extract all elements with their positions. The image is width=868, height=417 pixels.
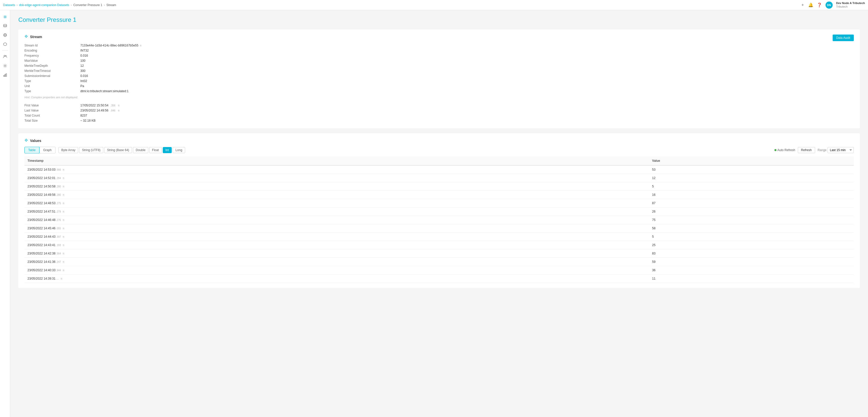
value-stats: First Value 17/05/2022 15:50:54 .356 ⎘ L… bbox=[24, 103, 854, 123]
copy-stream-id-icon[interactable]: ⎘ bbox=[140, 44, 142, 47]
copy-timestamp-icon[interactable]: ⎘ bbox=[63, 269, 64, 272]
stream-section-header: Stream bbox=[24, 35, 42, 39]
timestamp-ms: .193 bbox=[56, 244, 61, 247]
merkletimeout-value: 300 bbox=[81, 69, 86, 73]
sidebar-icon-layout[interactable]: ⊞ bbox=[1, 13, 9, 21]
table-row: 23/05/2022 14:49:56.280 ⎘ 16 bbox=[24, 191, 854, 199]
breadcrumb-stream: Stream bbox=[106, 3, 116, 7]
sidebar-icon-chart[interactable] bbox=[1, 71, 9, 79]
table-row: 23/05/2022 14:53:03.566 ⎘ 53 bbox=[24, 165, 854, 174]
cell-value: 12 bbox=[649, 174, 854, 182]
svg-point-0 bbox=[4, 24, 7, 26]
copy-timestamp-icon[interactable]: ⎘ bbox=[63, 260, 64, 263]
prop-encoding: Encoding INT32 bbox=[24, 48, 854, 53]
timestamp-ms: .247 bbox=[56, 260, 61, 263]
timestamp-ms: .397 bbox=[56, 235, 61, 238]
prop-stream-id: Stream Id 7133e44e-1d3d-414c-88ec-b89616… bbox=[24, 43, 854, 48]
cell-timestamp: 23/05/2022 14:52:01.284 ⎘ bbox=[24, 174, 649, 182]
copy-timestamp-icon[interactable]: ⎘ bbox=[63, 185, 64, 188]
type-tab-double[interactable]: Double bbox=[133, 147, 148, 153]
help-icon[interactable]: ❓ bbox=[817, 3, 822, 7]
view-tabs: Table Graph bbox=[24, 147, 56, 153]
table-row: 23/05/2022 14:46:48.276 ⎘ 75 bbox=[24, 216, 854, 224]
copy-timestamp-icon[interactable]: ⎘ bbox=[63, 244, 64, 247]
copy-timestamp-icon[interactable]: ⎘ bbox=[63, 168, 64, 171]
stream-section-title: Stream bbox=[30, 35, 42, 39]
copy-timestamp-icon[interactable]: ⎘ bbox=[63, 252, 64, 255]
copy-timestamp-icon[interactable]: ⎘ bbox=[63, 227, 64, 230]
type-tab-long[interactable]: Long bbox=[173, 147, 185, 153]
sidebar-icon-settings[interactable] bbox=[1, 62, 9, 70]
cell-timestamp: 23/05/2022 14:48:53.275 ⎘ bbox=[24, 199, 649, 207]
prop-first-value: First Value 17/05/2022 15:50:54 .356 ⎘ bbox=[24, 103, 854, 108]
svg-point-6 bbox=[5, 55, 6, 57]
table-header-row: Timestamp Value bbox=[24, 157, 854, 165]
type-tab-float[interactable]: Float bbox=[149, 147, 162, 153]
left-toolbar: Table Graph Byte Array String (UTF8) Str… bbox=[24, 147, 185, 153]
cell-timestamp: 23/05/2022 14:42:38.564 ⎘ bbox=[24, 249, 649, 258]
last-value-ms: .846 bbox=[111, 109, 115, 112]
tab-graph[interactable]: Graph bbox=[39, 147, 56, 153]
cell-value: 5 bbox=[649, 233, 854, 241]
type-tab-bytearray[interactable]: Byte Array bbox=[59, 147, 78, 153]
copy-timestamp-icon[interactable]: ⎘ bbox=[63, 194, 64, 196]
timestamp-ms: .... bbox=[56, 277, 59, 280]
timestamp-ms: .275 bbox=[56, 202, 61, 205]
type-tab-int[interactable]: Int bbox=[163, 147, 172, 153]
sidebar-icon-globe[interactable] bbox=[1, 31, 9, 39]
merkledepth-value: 12 bbox=[81, 64, 84, 68]
cell-value: 25 bbox=[649, 241, 854, 249]
sidebar-icon-tag[interactable] bbox=[1, 40, 9, 48]
breadcrumb-stream-name: Converter Pressure 1 bbox=[73, 3, 102, 7]
stream-id-value: 7133e44e-1d3d-414c-88ec-b896167b5e55 bbox=[81, 44, 138, 47]
svg-rect-10 bbox=[6, 74, 7, 76]
svg-point-7 bbox=[4, 65, 6, 67]
frequency-value: 0.016 bbox=[81, 54, 88, 58]
prop-frequency: Frequency 0.016 bbox=[24, 53, 854, 58]
copy-timestamp-icon[interactable]: ⎘ bbox=[63, 177, 64, 179]
copy-timestamp-icon[interactable]: ⎘ bbox=[61, 277, 62, 280]
cell-timestamp: 23/05/2022 14:41:36.247 ⎘ bbox=[24, 258, 649, 266]
refresh-button[interactable]: Refresh bbox=[798, 147, 815, 153]
tab-table[interactable]: Table bbox=[24, 147, 39, 153]
timestamp-ms: .276 bbox=[56, 219, 61, 221]
type-tabs: Byte Array String (UTF8) String (Base 64… bbox=[59, 147, 185, 153]
data-audit-button[interactable]: Data Audit bbox=[833, 35, 854, 41]
auto-refresh-dot bbox=[774, 149, 776, 151]
type-tab-base64[interactable]: String (Base 64) bbox=[104, 147, 132, 153]
copy-timestamp-icon[interactable]: ⎘ bbox=[63, 202, 64, 205]
table-row: 23/05/2022 14:41:36.247 ⎘ 59 bbox=[24, 258, 854, 266]
encoding-value: INT32 bbox=[81, 49, 89, 52]
copy-timestamp-icon[interactable]: ⎘ bbox=[63, 219, 64, 221]
timestamp-ms: .564 bbox=[56, 252, 61, 255]
page-title: Converter Pressure 1 bbox=[18, 16, 860, 23]
type-tab-utf8[interactable]: String (UTF8) bbox=[79, 147, 103, 153]
add-button[interactable]: ＋ bbox=[801, 2, 805, 8]
avatar[interactable]: DN bbox=[826, 2, 833, 9]
stream-card: Stream Data Audit Stream Id 7133e44e-1d3… bbox=[18, 30, 860, 128]
cell-value: 75 bbox=[649, 216, 854, 224]
table-row: 23/05/2022 14:44:43.397 ⎘ 5 bbox=[24, 233, 854, 241]
copy-last-value-icon[interactable]: ⎘ bbox=[118, 109, 120, 112]
cell-timestamp: 23/05/2022 14:53:03.566 ⎘ bbox=[24, 165, 649, 174]
cell-timestamp: 23/05/2022 14:39:31.... ⎘ bbox=[24, 275, 649, 283]
breadcrumb-datasets[interactable]: Datasets bbox=[3, 3, 15, 7]
auto-refresh-label: Auto Refresh bbox=[774, 148, 795, 152]
cell-value: 83 bbox=[649, 249, 854, 258]
cell-timestamp: 23/05/2022 14:40:33.944 ⎘ bbox=[24, 266, 649, 275]
table-row: 23/05/2022 14:50:58.280 ⎘ 5 bbox=[24, 182, 854, 191]
cell-timestamp: 23/05/2022 14:47:51.279 ⎘ bbox=[24, 207, 649, 216]
cell-timestamp: 23/05/2022 14:49:56.280 ⎘ bbox=[24, 191, 649, 199]
sidebar-icon-database[interactable] bbox=[1, 22, 9, 30]
total-count-value: 8237 bbox=[81, 114, 87, 117]
copy-timestamp-icon[interactable]: ⎘ bbox=[63, 235, 64, 238]
copy-timestamp-icon[interactable]: ⎘ bbox=[63, 210, 64, 213]
range-select[interactable]: Last 15 min Last 1 hour Last 24 hours La… bbox=[828, 147, 854, 153]
prop-total-size: Total Size ~ 32.18 KB bbox=[24, 118, 854, 123]
breadcrumb-companion[interactable]: dsk-edge-agent-companion Datasets bbox=[19, 3, 69, 7]
copy-first-value-icon[interactable]: ⎘ bbox=[118, 104, 120, 107]
stream-card-header: Stream Data Audit bbox=[24, 35, 854, 43]
notification-icon[interactable]: 🔔 bbox=[808, 3, 813, 7]
sidebar-icon-users[interactable] bbox=[1, 53, 9, 61]
table-row: 23/05/2022 14:52:01.284 ⎘ 12 bbox=[24, 174, 854, 182]
